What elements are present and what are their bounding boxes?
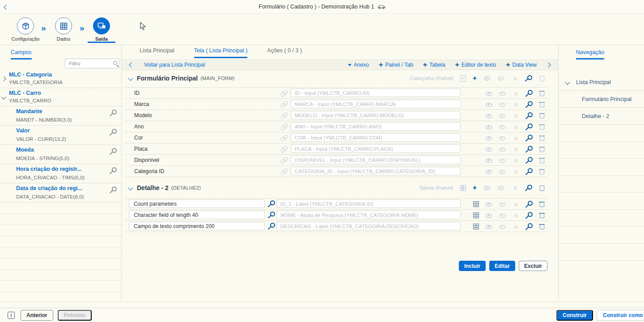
- visibility-icon[interactable]: [485, 201, 492, 208]
- key-icon[interactable]: [526, 123, 533, 130]
- key-icon[interactable]: [526, 223, 533, 230]
- anexo-menu[interactable]: Anexo: [348, 62, 369, 68]
- field-binding-input[interactable]: [291, 89, 461, 97]
- wrench-icon[interactable]: [110, 129, 117, 136]
- visibility-icon[interactable]: [485, 157, 492, 164]
- move-icon[interactable]: [512, 224, 520, 230]
- delete-icon[interactable]: [539, 168, 545, 175]
- visibility-icon[interactable]: [483, 75, 491, 81]
- visibility-icon[interactable]: [485, 146, 492, 153]
- field-binding-input[interactable]: [291, 111, 461, 119]
- delete-icon[interactable]: [539, 185, 545, 191]
- visibility-alt-icon[interactable]: [499, 135, 506, 141]
- move-icon[interactable]: [512, 146, 520, 153]
- field-binding-input[interactable]: [291, 156, 461, 164]
- tree-node-carro[interactable]: MLC - Carro YMLCTB_CARRO: [0, 88, 121, 106]
- delete-icon[interactable]: [539, 90, 545, 97]
- anterior-button[interactable]: Anterior: [21, 310, 53, 321]
- construir-button[interactable]: Construir: [556, 310, 593, 321]
- tree-field-hora-criacao[interactable]: Hora criação do registr... HORA_CRIACAO …: [0, 164, 121, 183]
- visibility-alt-icon[interactable]: [499, 212, 506, 219]
- move-icon[interactable]: [512, 212, 520, 219]
- tree-field-mandante[interactable]: Mandante MANDT - NUMBER(3,0): [0, 106, 121, 126]
- delete-icon[interactable]: [539, 157, 545, 164]
- field-binding-input[interactable]: [276, 199, 461, 208]
- link-icon[interactable]: [279, 166, 289, 176]
- visibility-alt-icon[interactable]: [499, 113, 506, 119]
- visibility-icon[interactable]: [485, 124, 492, 130]
- visibility-icon[interactable]: [485, 135, 492, 141]
- field-label-box[interactable]: Count parameters: [129, 199, 265, 208]
- visibility-alt-icon[interactable]: [499, 169, 506, 175]
- tab-navegacao[interactable]: Navegação: [576, 49, 604, 59]
- delete-icon[interactable]: [539, 123, 545, 130]
- nav-item-lista-principal[interactable]: Lista Principal: [559, 74, 644, 91]
- delete-icon[interactable]: [539, 135, 545, 141]
- tab-campos[interactable]: Campos: [11, 49, 32, 59]
- collapse-icon[interactable]: [2, 94, 5, 100]
- link-icon[interactable]: [279, 133, 289, 143]
- move-icon[interactable]: [512, 102, 520, 108]
- visibility-alt-icon[interactable]: [499, 201, 506, 208]
- field-binding-input[interactable]: [276, 211, 461, 219]
- info-icon[interactable]: [8, 312, 15, 319]
- table-column-icon[interactable]: [473, 201, 479, 207]
- delete-icon[interactable]: [539, 212, 545, 219]
- visibility-alt-icon[interactable]: [499, 157, 506, 164]
- tree-field-valor[interactable]: Valor VALOR - CURR(13,2): [0, 126, 121, 145]
- add-icon[interactable]: [473, 75, 477, 81]
- tree-field-data-criacao[interactable]: Data de criação do regi... DATA_CRIACAO …: [0, 183, 121, 203]
- key-icon[interactable]: [526, 168, 533, 175]
- table-column-icon[interactable]: [473, 224, 479, 229]
- key-icon[interactable]: [525, 75, 532, 82]
- link-icon[interactable]: [279, 110, 289, 120]
- collapse-icon[interactable]: [566, 79, 569, 85]
- move-icon[interactable]: [512, 113, 520, 119]
- editar-button[interactable]: Editar: [489, 261, 515, 271]
- visibility-icon[interactable]: [483, 185, 491, 191]
- wrench-icon[interactable]: [268, 200, 275, 207]
- move-icon[interactable]: [512, 157, 520, 164]
- key-icon[interactable]: [525, 185, 532, 191]
- link-icon[interactable]: [279, 155, 289, 165]
- tree-node-categoria[interactable]: MLC - Categoria YMLCTB_CATEGORIA: [0, 70, 121, 88]
- field-binding-input[interactable]: [291, 100, 461, 108]
- collapse-icon[interactable]: [129, 185, 132, 191]
- step-dados[interactable]: Dados: [43, 17, 84, 42]
- expand-icon[interactable]: [2, 76, 5, 82]
- nav-item-formulario-principal[interactable]: Formulário Principal: [559, 91, 644, 108]
- link-icon[interactable]: [279, 144, 289, 154]
- visibility-icon[interactable]: [485, 224, 492, 230]
- visibility-alt-icon[interactable]: [499, 146, 506, 153]
- toolbar-back-icon[interactable]: [130, 62, 133, 68]
- link-icon[interactable]: [279, 122, 289, 131]
- back-to-list-link[interactable]: Voltar para Lista Principal: [144, 62, 205, 68]
- field-binding-input[interactable]: [291, 133, 461, 142]
- visibility-icon[interactable]: [485, 212, 492, 219]
- delete-icon[interactable]: [539, 112, 545, 119]
- visibility-alt-icon[interactable]: [499, 224, 506, 230]
- move-icon[interactable]: [512, 169, 520, 175]
- step-saida[interactable]: Saída: [81, 17, 122, 42]
- tree-field-moeda[interactable]: Moeda MOEDA - STRING(5,0): [0, 145, 121, 164]
- filter-input[interactable]: [65, 61, 113, 66]
- visibility-icon[interactable]: [485, 102, 492, 108]
- key-icon[interactable]: [526, 201, 533, 208]
- proximo-button[interactable]: Próximo: [58, 310, 92, 321]
- delete-icon[interactable]: [539, 201, 545, 208]
- key-icon[interactable]: [526, 90, 533, 97]
- field-binding-input[interactable]: [291, 144, 461, 153]
- search-icon[interactable]: [113, 60, 119, 67]
- wrench-icon[interactable]: [268, 212, 275, 218]
- key-icon[interactable]: [526, 101, 533, 108]
- field-binding-input[interactable]: [291, 167, 461, 175]
- visibility-icon[interactable]: [485, 113, 492, 119]
- delete-icon[interactable]: [539, 75, 545, 82]
- toolbar-next-icon[interactable]: [547, 62, 550, 68]
- visibility-alt-icon[interactable]: [499, 124, 506, 130]
- delete-icon[interactable]: [539, 223, 545, 230]
- tab-lista-principal[interactable]: Lista Principal: [140, 47, 174, 58]
- tab-acoes[interactable]: Ações ( 0 / 3 ): [267, 47, 302, 58]
- wrench-icon[interactable]: [110, 110, 117, 116]
- excluir-button[interactable]: Excluir: [519, 261, 547, 271]
